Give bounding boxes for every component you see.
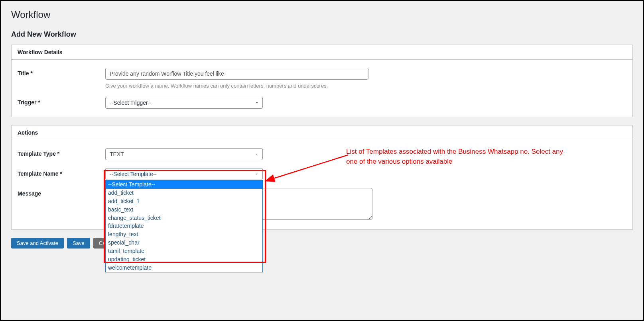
annotation-text: List of Templates associated with the Bu… xyxy=(346,147,565,166)
template-option-select-template[interactable]: --Select Template-- xyxy=(106,180,262,189)
save-button[interactable]: Save xyxy=(67,238,90,249)
template-name-dropdown-list[interactable]: --Select Template-- add_ticket add_ticke… xyxy=(105,180,263,272)
title-label: Title * xyxy=(18,68,105,76)
template-option-fdratetemplate[interactable]: fdratetemplate xyxy=(106,222,262,230)
template-option-add-ticket-1[interactable]: add_ticket_1 xyxy=(106,197,262,206)
template-option-basic-text[interactable]: basic_text xyxy=(106,206,262,214)
sub-title: Add New Workflow xyxy=(11,30,633,39)
template-option-special-char[interactable]: special_char xyxy=(106,239,262,247)
workflow-details-header: Workflow Details xyxy=(12,45,632,60)
message-label: Message xyxy=(18,188,105,197)
button-row: Save and Activate Save Cancel xyxy=(11,238,633,249)
template-option-updating-ticket[interactable]: updating_ticket xyxy=(106,255,262,264)
page-title: Workflow xyxy=(11,9,633,20)
template-option-change-status-ticket[interactable]: change_status_ticket xyxy=(106,214,262,222)
template-name-select[interactable]: --Select Template-- xyxy=(105,168,263,180)
title-help-text: Give your workflow a name. Workflow name… xyxy=(105,83,626,89)
template-option-welcometemplate[interactable]: welcometemplate xyxy=(106,264,262,272)
trigger-select[interactable]: --Select Trigger-- xyxy=(105,97,263,109)
template-option-tamil-template[interactable]: tamil_template xyxy=(106,247,262,255)
template-type-label: Template Type * xyxy=(18,148,105,157)
workflow-details-panel: Workflow Details Title * Give your workf… xyxy=(11,45,633,117)
template-name-label: Template Name * xyxy=(18,168,105,177)
template-type-select[interactable]: TEXT xyxy=(105,148,263,160)
actions-header: Actions xyxy=(12,125,632,140)
template-option-lengthy-text[interactable]: lengthy_text xyxy=(106,230,262,239)
trigger-label: Trigger * xyxy=(18,97,105,106)
template-option-add-ticket[interactable]: add_ticket xyxy=(106,189,262,197)
actions-panel: Actions Template Type * TEXT Template Na… xyxy=(11,125,633,230)
title-input[interactable] xyxy=(105,68,368,80)
save-activate-button[interactable]: Save and Activate xyxy=(11,238,64,249)
